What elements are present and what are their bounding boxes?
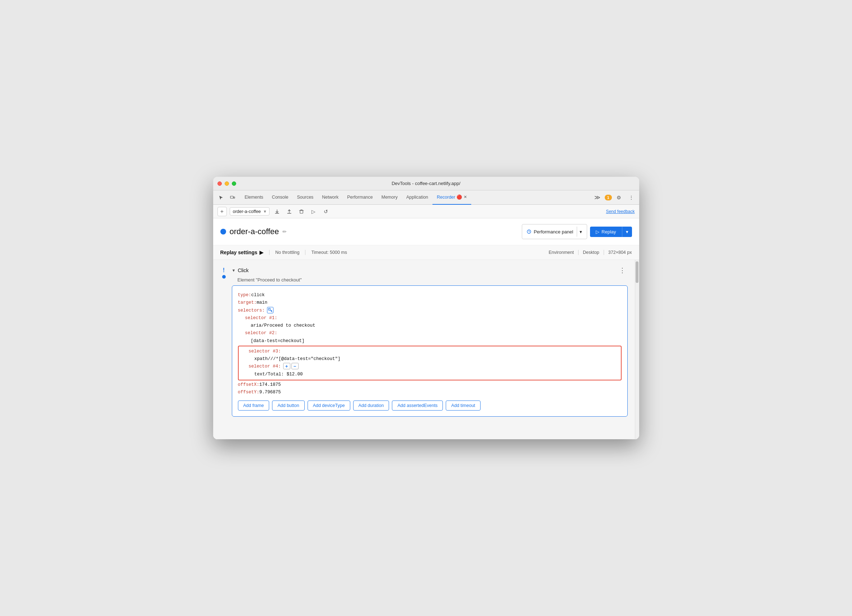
tab-memory[interactable]: Memory — [377, 190, 402, 205]
code-selector2-val: [data-test=checkout] — [251, 337, 622, 345]
step-dot — [222, 275, 226, 279]
performance-panel-button[interactable]: Performance panel ▾ — [522, 224, 587, 239]
throttling-setting: No throttling — [275, 250, 299, 255]
add-assertedevents-button[interactable]: Add assertedEvents — [392, 401, 443, 411]
step-timeline: ! — [221, 266, 228, 279]
close-button[interactable] — [218, 181, 222, 186]
perf-panel-chevron[interactable]: ▾ — [577, 227, 585, 236]
code-offsetx-line: offsetX: 174.1875 — [238, 381, 622, 389]
steps-area: ! ▼ Click ⋮ Element "Proceed to checkout… — [213, 260, 635, 439]
minimize-button[interactable] — [225, 181, 229, 186]
env-value: Desktop — [583, 250, 599, 255]
step-more-button[interactable]: ⋮ — [617, 266, 628, 275]
selector4-controls: + − — [283, 363, 299, 369]
device-toggle-icon[interactable] — [228, 193, 237, 203]
env-divider2 — [604, 250, 604, 255]
env-divider — [578, 250, 579, 255]
tab-performance[interactable]: Performance — [343, 190, 377, 205]
cursor-icon[interactable] — [216, 193, 226, 203]
send-feedback-link[interactable]: Send feedback — [606, 209, 634, 214]
replay-dropdown-button[interactable]: ▾ — [622, 227, 632, 237]
window-title: DevTools - coffee-cart.netlify.app/ — [391, 181, 461, 186]
code-selector1-val: aria/Proceed to checkout — [251, 322, 622, 330]
recording-status-dot — [221, 229, 226, 235]
tab-network[interactable]: Network — [317, 190, 343, 205]
recording-name: order-a-coffee — [230, 227, 279, 236]
add-recording-button[interactable]: + — [218, 207, 227, 216]
step-item: ! ▼ Click ⋮ Element "Proceed to checkout… — [221, 266, 628, 417]
code-selector3-val: xpath///*[@data-test="checkout"] — [254, 355, 618, 363]
replay-settings-right: Environment Desktop 372×804 px — [549, 250, 632, 255]
selector4-add-button[interactable]: + — [283, 363, 290, 369]
maximize-button[interactable] — [232, 181, 236, 186]
title-bar: DevTools - coffee-cart.netlify.app/ — [213, 177, 639, 190]
code-target-line: target: main — [238, 299, 622, 307]
replay-button-group[interactable]: ▷ Replay ▾ — [590, 227, 631, 237]
devtools-window: DevTools - coffee-cart.netlify.app/ Elem… — [213, 177, 639, 439]
step-description: Element "Proceed to checkout" — [237, 277, 628, 283]
code-offsety-line: offsetY: 9.796875 — [238, 389, 622, 396]
step-header: ▼ Click ⋮ — [232, 266, 628, 275]
selector4-remove-button[interactable]: − — [292, 363, 299, 369]
step-collapse-icon[interactable]: ▼ — [232, 268, 236, 273]
steps-and-scroll: ! ▼ Click ⋮ Element "Proceed to checkout… — [213, 260, 639, 439]
code-selectors-line: selectors: — [238, 307, 622, 315]
settings-icon[interactable]: ⚙ — [614, 193, 624, 203]
customize-icon[interactable]: ⋮ — [626, 193, 636, 203]
add-button-button[interactable]: Add button — [272, 401, 304, 411]
environment-label: Environment — [549, 250, 574, 255]
recording-header: order-a-coffee ✏ Performance panel ▾ ▷ R… — [213, 218, 639, 245]
step-warning-icon: ! — [223, 267, 225, 274]
add-duration-button[interactable]: Add duration — [353, 401, 390, 411]
traffic-lights — [218, 181, 236, 186]
selector-highlight-box: selector #3: xpath///*[@data-test="check… — [238, 346, 622, 380]
replay-main-button[interactable]: ▷ Replay — [590, 227, 622, 237]
add-devicetype-button[interactable]: Add deviceType — [308, 401, 350, 411]
recording-selector[interactable]: order-a-coffee ▾ — [230, 207, 269, 215]
delete-icon[interactable] — [297, 207, 306, 216]
step-type-label: Click — [237, 268, 248, 273]
replay-settings-bar: Replay settings ▶ No throttling Timeout:… — [213, 245, 639, 260]
svg-rect-0 — [230, 196, 233, 198]
code-selector1-key: selector #1: — [245, 315, 622, 322]
scrollbar-track[interactable] — [635, 260, 639, 439]
tab-sources[interactable]: Sources — [293, 190, 317, 205]
more-tabs-icon[interactable]: ≫ — [592, 193, 603, 202]
timeout-setting: Timeout: 5000 ms — [311, 250, 347, 255]
replay-settings-left: Replay settings ▶ No throttling Timeout:… — [221, 250, 347, 255]
resolution-value: 372×804 px — [608, 250, 632, 255]
import-icon[interactable] — [285, 207, 294, 216]
record-icon[interactable]: ↺ — [321, 207, 331, 216]
tab-recorder[interactable]: Recorder 🔴 ✕ — [432, 190, 471, 205]
code-type-line: type: click — [238, 292, 622, 299]
play-icon[interactable]: ▷ — [309, 207, 318, 216]
recorder-toolbar: + order-a-coffee ▾ ▷ ↺ Send feedback — [213, 205, 639, 218]
edit-name-icon[interactable]: ✏ — [282, 229, 287, 235]
notification-badge: 1 — [605, 195, 612, 200]
code-selector4-key-line: selector #4: + − — [249, 363, 618, 371]
code-selector2-key: selector #2: — [245, 330, 622, 337]
add-frame-button[interactable]: Add frame — [238, 401, 269, 411]
settings-divider2 — [305, 250, 305, 255]
svg-rect-1 — [234, 197, 235, 198]
tab-application[interactable]: Application — [402, 190, 432, 205]
step-code-box: type: click target: main selectors: — [232, 285, 628, 417]
step-content: ▼ Click ⋮ Element "Proceed to checkout" … — [232, 266, 628, 417]
step-action-buttons: Add frame Add button Add deviceType Add … — [238, 401, 622, 411]
code-selector3-key: selector #3: — [249, 348, 618, 355]
code-selector4-val: text/Total: $12.00 — [254, 371, 618, 378]
header-buttons: Performance panel ▾ ▷ Replay ▾ — [522, 224, 631, 239]
devtools-left-icons — [216, 193, 237, 203]
svg-rect-4 — [269, 308, 270, 310]
tab-elements[interactable]: Elements — [240, 190, 268, 205]
add-timeout-button[interactable]: Add timeout — [446, 401, 480, 411]
tab-console[interactable]: Console — [268, 190, 293, 205]
devtools-tab-bar: Elements Console Sources Network Perform… — [213, 190, 639, 205]
selector-icon — [267, 307, 273, 313]
scrollbar-thumb[interactable] — [636, 261, 639, 283]
export-icon[interactable] — [272, 207, 282, 216]
replay-settings-toggle[interactable]: Replay settings ▶ — [221, 250, 263, 255]
recording-title-area: order-a-coffee ✏ — [221, 227, 287, 236]
devtools-right-icons: ≫ 1 ⚙ ⋮ — [592, 193, 636, 203]
svg-rect-2 — [300, 211, 303, 213]
